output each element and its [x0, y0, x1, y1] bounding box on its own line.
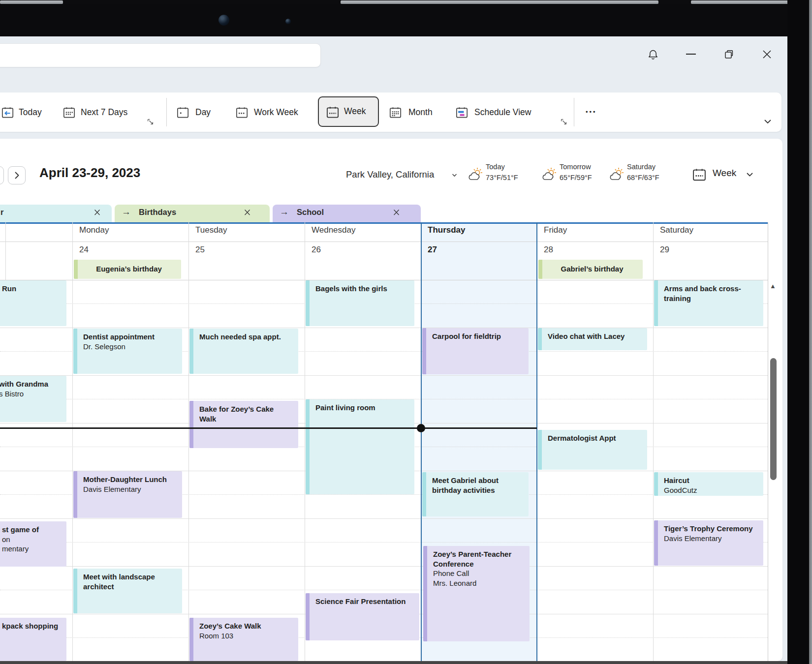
- event[interactable]: Dermatologist Appt: [538, 430, 647, 470]
- device-bezel: [0, 4, 812, 36]
- webcam-icon: [285, 19, 291, 24]
- device-bottom-edge: [0, 661, 787, 664]
- all-day-event[interactable]: Eugenia’s birthday: [74, 260, 181, 279]
- all-day-event[interactable]: Gabriel’s birthday: [538, 260, 643, 279]
- event[interactable]: Carpool for fieldtrip: [422, 328, 529, 374]
- selected-day-border: [536, 222, 537, 661]
- tab-label: r: [0, 208, 3, 217]
- event[interactable]: Science Fair Presentation: [306, 593, 419, 640]
- search-input[interactable]: [0, 43, 321, 67]
- arrow-right-icon: →: [122, 207, 131, 217]
- week-view-button[interactable]: Week: [318, 96, 379, 127]
- event[interactable]: kpack shopping: [0, 618, 66, 661]
- grid-line: [0, 566, 768, 567]
- dialog-launcher-icon[interactable]: [561, 119, 567, 125]
- weather-temps: 68°F/63°F: [627, 173, 659, 182]
- event-detail: Room 103: [199, 631, 291, 641]
- scroll-up-arrow[interactable]: ▲: [770, 282, 776, 290]
- event-title: Dermatologist Appt: [548, 433, 640, 443]
- event[interactable]: Haircut GoodCutz: [654, 472, 763, 496]
- event[interactable]: Bagels with the girls: [306, 280, 414, 326]
- restore-button[interactable]: [723, 49, 735, 60]
- chevron-right-icon: [14, 171, 20, 180]
- event-title: Mother-Daughter Lunch: [83, 475, 175, 484]
- event[interactable]: Zoey’s Parent-Teacher Conference Phone C…: [423, 546, 530, 641]
- event-title: Carpool for fieldtrip: [432, 332, 522, 341]
- tab-calendar[interactable]: r: [0, 205, 112, 222]
- day-header-selected: Thursday: [428, 225, 466, 235]
- tab-label: School: [297, 208, 324, 217]
- close-icon: [762, 49, 772, 60]
- scrollbar[interactable]: [770, 358, 777, 480]
- view-selector[interactable]: Week: [713, 168, 736, 179]
- close-button[interactable]: [762, 49, 772, 60]
- week-view-label: Week: [344, 106, 366, 117]
- ribbon-collapse-button[interactable]: [763, 118, 773, 125]
- toolbar-divider: [574, 98, 574, 126]
- event-title: Meet with landscape architect: [83, 572, 175, 591]
- weather-day: Saturday: [627, 162, 656, 171]
- prev-week-button[interactable]: [0, 166, 4, 184]
- event-title: with Grandma: [0, 379, 60, 389]
- selected-day-border: [421, 222, 422, 661]
- event[interactable]: st game of on mentary: [0, 521, 66, 567]
- event[interactable]: Bake for Zoey’s Cake Walk: [189, 401, 298, 448]
- day-view-icon: [176, 106, 189, 119]
- chevron-down-icon[interactable]: [746, 172, 753, 177]
- event[interactable]: Meet with landscape architect: [73, 569, 182, 613]
- close-icon[interactable]: [244, 209, 251, 216]
- event[interactable]: Meet Gabriel about birthday activities: [422, 472, 529, 516]
- schedule-view-button[interactable]: Schedule View: [474, 107, 531, 118]
- event[interactable]: Dentist appointment Dr. Selegson: [73, 329, 182, 374]
- next-week-button[interactable]: [8, 166, 26, 184]
- event[interactable]: Zoey’s Cake Walk Room 103: [189, 618, 298, 661]
- event[interactable]: with Grandma s Bistro: [0, 376, 66, 422]
- day-date: 28: [544, 245, 553, 255]
- minimize-button[interactable]: [686, 54, 696, 55]
- work-week-view-icon: [235, 106, 249, 119]
- more-options-button[interactable]: •••: [586, 108, 597, 116]
- column-border: [305, 222, 305, 661]
- event-detail: mentary: [2, 544, 60, 554]
- today-icon: [1, 106, 14, 119]
- weather-day: Today: [486, 162, 505, 171]
- event-title: kpack shopping: [2, 621, 60, 631]
- arrow-right-icon: →: [280, 207, 289, 217]
- caret-down-icon[interactable]: [452, 173, 457, 177]
- dialog-launcher-icon[interactable]: [147, 119, 154, 125]
- next-7-days-icon: [62, 106, 76, 119]
- tab-birthdays[interactable]: → Birthdays: [115, 205, 270, 222]
- chevron-down-icon: [763, 118, 773, 125]
- day-header: Friday: [544, 225, 567, 235]
- restore-icon: [723, 49, 735, 60]
- event-title: Science Fair Presentation: [315, 597, 412, 606]
- month-view-button[interactable]: Month: [408, 107, 433, 118]
- event[interactable]: Much needed spa appt.: [189, 329, 298, 374]
- current-time-dot: [417, 424, 425, 432]
- day-view-button[interactable]: Day: [195, 107, 211, 118]
- event[interactable]: Paint living room: [306, 399, 414, 494]
- next-7-days-button[interactable]: Next 7 Days: [81, 107, 127, 118]
- notifications-button[interactable]: [647, 49, 659, 60]
- event[interactable]: Mother-Daughter Lunch Davis Elementary: [73, 471, 182, 518]
- device-screenshot: Today Next 7 Days Day Work Week Week Mon…: [0, 0, 812, 664]
- work-week-view-button[interactable]: Work Week: [254, 107, 298, 118]
- grid-border: [768, 222, 768, 661]
- event-detail: Phone Call: [433, 569, 523, 578]
- weather-location-selector[interactable]: Park Valley, California: [346, 169, 434, 180]
- event[interactable]: Run: [0, 280, 66, 326]
- event-detail: on: [2, 535, 60, 544]
- event-detail: Davis Elementary: [664, 534, 756, 543]
- event-title: st game of: [2, 525, 60, 535]
- bell-icon: [647, 49, 659, 60]
- event[interactable]: Tiger’s Trophy Ceremony Davis Elementary: [654, 520, 763, 566]
- event[interactable]: Arms and back cross-training: [654, 280, 763, 326]
- calendar-icon: [692, 167, 707, 182]
- tab-school[interactable]: → School: [273, 205, 421, 222]
- day-date: 24: [79, 245, 89, 255]
- event[interactable]: Video chat with Lacey: [538, 328, 647, 350]
- close-icon[interactable]: [393, 209, 400, 216]
- column-border: [72, 222, 73, 661]
- today-button[interactable]: Today: [19, 107, 42, 118]
- close-icon[interactable]: [94, 209, 101, 216]
